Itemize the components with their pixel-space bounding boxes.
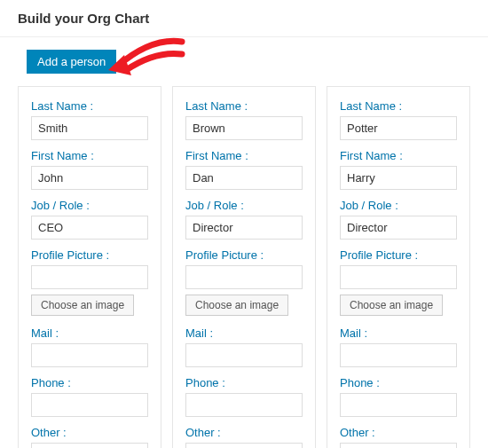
last-name-field[interactable]	[340, 116, 457, 140]
toolbar: Add a person	[0, 37, 488, 86]
last-name-label: Last Name :	[185, 99, 303, 113]
first-name-label: First Name :	[31, 149, 148, 162]
phone-field[interactable]	[31, 393, 148, 417]
job-field[interactable]	[31, 216, 148, 240]
arrow-annotation-icon	[106, 33, 186, 86]
add-person-button[interactable]: Add a person	[27, 50, 116, 74]
mail-label: Mail :	[185, 326, 303, 340]
job-field[interactable]	[340, 216, 457, 240]
phone-label: Phone :	[185, 376, 303, 389]
profile-picture-field[interactable]	[185, 265, 303, 289]
job-label: Job / Role :	[31, 199, 148, 212]
last-name-field[interactable]	[185, 116, 303, 140]
other-label: Other :	[31, 426, 148, 439]
choose-image-button[interactable]: Choose an image	[185, 295, 288, 316]
other-field[interactable]	[31, 443, 148, 448]
last-name-label: Last Name :	[31, 99, 148, 113]
person-card: Last Name : First Name : Job / Role : Pr…	[18, 86, 161, 448]
mail-field[interactable]	[185, 343, 303, 367]
profile-picture-field[interactable]	[340, 265, 457, 289]
person-card: Last Name : First Name : Job / Role : Pr…	[172, 86, 316, 448]
profile-picture-field[interactable]	[31, 265, 148, 289]
first-name-field[interactable]	[340, 166, 457, 190]
first-name-field[interactable]	[31, 166, 148, 190]
other-label: Other :	[340, 426, 457, 439]
phone-label: Phone :	[31, 376, 148, 389]
person-card: Last Name : First Name : Job / Role : Pr…	[327, 86, 470, 448]
choose-image-button[interactable]: Choose an image	[340, 295, 443, 316]
profile-picture-label: Profile Picture :	[31, 248, 148, 262]
last-name-label: Last Name :	[340, 99, 457, 113]
phone-label: Phone :	[340, 376, 457, 389]
mail-field[interactable]	[31, 343, 148, 367]
mail-label: Mail :	[31, 326, 148, 340]
page-title: Build your Org Chart	[0, 0, 488, 37]
job-label: Job / Role :	[185, 199, 303, 212]
other-field[interactable]	[340, 443, 457, 448]
last-name-field[interactable]	[31, 116, 148, 140]
profile-picture-label: Profile Picture :	[340, 248, 457, 262]
profile-picture-label: Profile Picture :	[185, 248, 303, 262]
first-name-field[interactable]	[185, 166, 303, 190]
first-name-label: First Name :	[340, 149, 457, 162]
mail-label: Mail :	[340, 326, 457, 340]
choose-image-button[interactable]: Choose an image	[31, 295, 134, 316]
other-field[interactable]	[185, 443, 303, 448]
job-label: Job / Role :	[340, 199, 457, 212]
person-cards: Last Name : First Name : Job / Role : Pr…	[0, 86, 488, 448]
phone-field[interactable]	[340, 393, 457, 417]
mail-field[interactable]	[340, 343, 457, 367]
job-field[interactable]	[185, 216, 303, 240]
phone-field[interactable]	[185, 393, 303, 417]
first-name-label: First Name :	[185, 149, 303, 162]
other-label: Other :	[185, 426, 303, 439]
